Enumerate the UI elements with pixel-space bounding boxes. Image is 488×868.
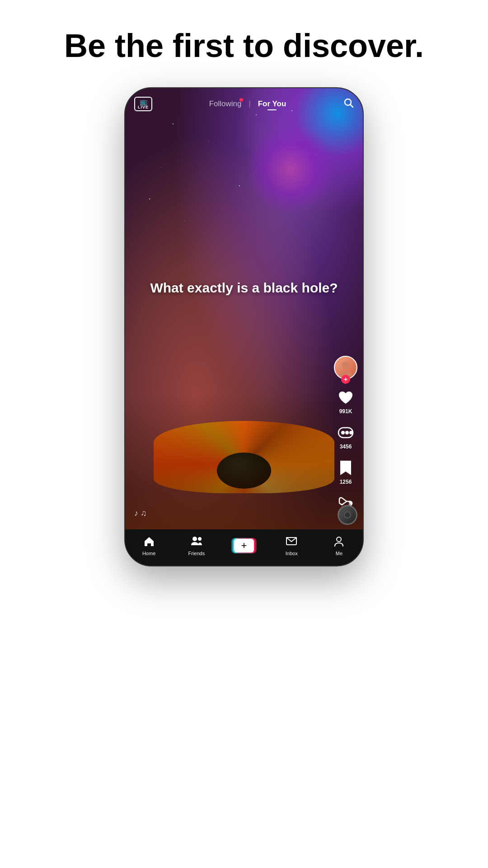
like-count: 991K	[339, 408, 352, 415]
bottom-nav: Home Friends +	[125, 529, 363, 566]
save-count: 1256	[340, 479, 352, 485]
create-button[interactable]: +	[233, 538, 255, 553]
video-background	[125, 88, 363, 529]
music-note-icon: ♪ ♫	[134, 509, 147, 518]
svg-point-8	[198, 537, 202, 541]
dust-overlay	[125, 394, 363, 529]
me-icon	[333, 535, 345, 549]
inbox-icon	[286, 535, 297, 549]
home-icon	[143, 535, 155, 549]
nav-friends[interactable]: Friends	[173, 535, 220, 556]
nav-inbox[interactable]: Inbox	[268, 535, 315, 556]
bookmark-icon	[336, 458, 356, 478]
nebula-pink	[245, 124, 336, 215]
right-sidebar: + 991K 3456	[334, 356, 357, 520]
follow-button[interactable]: +	[341, 375, 350, 384]
comment-icon	[336, 423, 356, 443]
nav-home[interactable]: Home	[125, 535, 173, 556]
nav-inbox-label: Inbox	[286, 551, 298, 556]
top-nav: 📺 LIVE Following | For You	[125, 88, 363, 120]
nav-me-label: Me	[336, 551, 343, 556]
live-dot	[239, 98, 243, 102]
creator-avatar-container[interactable]: +	[334, 356, 357, 379]
comment-count: 3456	[340, 443, 352, 450]
tab-for-you[interactable]: For You	[258, 99, 286, 108]
save-button[interactable]: 1256	[336, 458, 356, 485]
nav-divider: |	[249, 100, 251, 108]
live-badge[interactable]: 📺 LIVE	[134, 97, 152, 111]
tab-following[interactable]: Following	[209, 99, 242, 108]
phone-shell: 📺 LIVE Following | For You What exactly …	[124, 87, 364, 566]
nav-home-label: Home	[142, 551, 155, 556]
search-button[interactable]	[343, 97, 354, 111]
nav-tabs: Following | For You	[209, 99, 286, 108]
music-disc-inner	[344, 511, 351, 519]
music-disc[interactable]	[338, 505, 357, 525]
page-tagline: Be the first to discover.	[37, 27, 451, 65]
live-text: LIVE	[138, 105, 149, 109]
video-title: What exactly is a black hole?	[125, 279, 363, 297]
plus-icon: +	[234, 539, 254, 552]
nav-create[interactable]: +	[220, 538, 267, 553]
svg-point-2	[342, 362, 349, 369]
friends-icon	[190, 535, 203, 549]
svg-point-4	[345, 431, 349, 434]
nav-me[interactable]: Me	[315, 535, 363, 556]
tv-icon: 📺	[140, 99, 147, 105]
svg-point-3	[341, 431, 345, 434]
like-button[interactable]: 991K	[336, 387, 356, 415]
svg-point-10	[337, 537, 341, 542]
heart-icon	[336, 387, 356, 407]
svg-point-7	[192, 537, 197, 541]
comment-button[interactable]: 3456	[336, 423, 356, 450]
nav-friends-label: Friends	[188, 551, 205, 556]
svg-line-1	[350, 104, 353, 107]
